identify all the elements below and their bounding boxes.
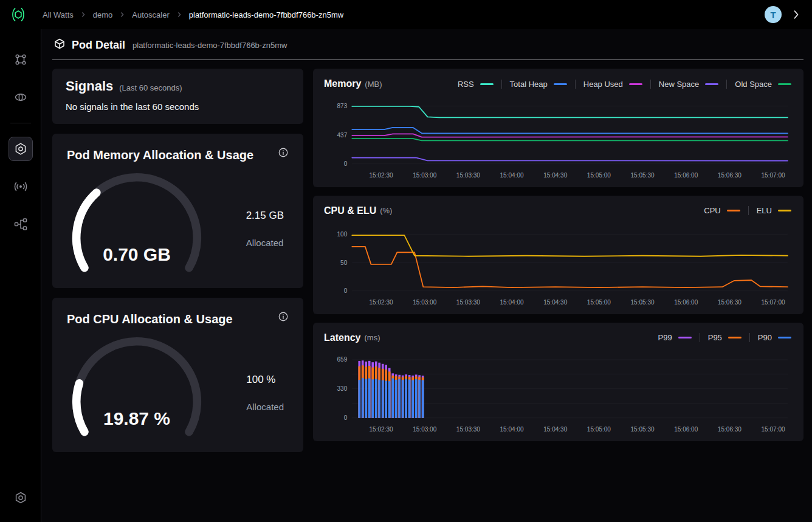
watch-icon[interactable] bbox=[9, 85, 33, 109]
svg-text:15:04:00: 15:04:00 bbox=[500, 172, 525, 179]
svg-text:15:03:30: 15:03:30 bbox=[456, 299, 481, 306]
legend-item-new-space[interactable]: New Space bbox=[650, 80, 726, 89]
pods-icon[interactable] bbox=[9, 137, 33, 161]
main-content: Pod Detail platformatic-leads-demo-7fbbd… bbox=[41, 29, 812, 522]
svg-text:15:04:30: 15:04:30 bbox=[543, 299, 568, 306]
package-icon bbox=[53, 38, 66, 52]
svg-text:15:05:00: 15:05:00 bbox=[587, 426, 611, 433]
left-column: Signals (Last 60 seconds) No signals in … bbox=[52, 69, 303, 452]
latency-chart: 659330015:02:3015:03:0015:03:3015:04:001… bbox=[324, 348, 793, 436]
legend-color-dash bbox=[778, 337, 791, 338]
latency-chart-title: Latency bbox=[324, 332, 360, 343]
chevron-right-icon bbox=[119, 11, 126, 18]
svg-text:15:05:30: 15:05:30 bbox=[631, 426, 655, 433]
legend-label: ELU bbox=[757, 206, 772, 215]
header-divider bbox=[52, 60, 803, 60]
memory-gauge-card: Pod Memory Allocation & Usage bbox=[52, 134, 303, 288]
memory-chart-card: Memory (MB) RSSTotal HeapHeap UsedNew Sp… bbox=[313, 69, 803, 187]
legend-item-p95[interactable]: P95 bbox=[700, 333, 749, 342]
breadcrumb-demo[interactable]: demo bbox=[93, 10, 113, 19]
sidebar-divider bbox=[10, 123, 31, 123]
legend-label: P99 bbox=[658, 333, 672, 342]
legend-label: CPU bbox=[704, 206, 720, 215]
svg-text:15:07:00: 15:07:00 bbox=[761, 172, 785, 179]
svg-text:15:06:00: 15:06:00 bbox=[674, 426, 698, 433]
chevron-right-icon bbox=[176, 11, 183, 18]
svg-text:100: 100 bbox=[337, 231, 347, 238]
right-column: Memory (MB) RSSTotal HeapHeap UsedNew Sp… bbox=[313, 69, 803, 452]
legend-item-cpu[interactable]: CPU bbox=[696, 206, 748, 215]
svg-text:50: 50 bbox=[340, 259, 348, 266]
topbar: All Watts demo Autoscaler platformatic-l… bbox=[0, 0, 812, 29]
memory-allocated-label: Allocated bbox=[246, 238, 284, 248]
legend-item-total-heap[interactable]: Total Heap bbox=[501, 80, 575, 89]
signals-header: Signals (Last 60 seconds) bbox=[66, 78, 290, 94]
expand-panel-chevron-icon[interactable] bbox=[790, 9, 802, 21]
svg-text:330: 330 bbox=[337, 385, 347, 392]
avatar[interactable]: T bbox=[765, 6, 782, 23]
memory-gauge-title: Pod Memory Allocation & Usage bbox=[67, 147, 253, 163]
platformatic-logo-icon[interactable] bbox=[10, 6, 27, 23]
legend-item-old-space[interactable]: Old Space bbox=[726, 80, 793, 89]
legend-color-dash bbox=[778, 83, 791, 85]
svg-text:15:03:00: 15:03:00 bbox=[413, 299, 437, 306]
svg-text:15:02:30: 15:02:30 bbox=[370, 299, 394, 306]
cpu-elu-chart: 10050015:02:3015:03:0015:03:3015:04:0015… bbox=[324, 221, 793, 309]
svg-text:15:06:30: 15:06:30 bbox=[718, 172, 742, 179]
broadcast-icon[interactable] bbox=[9, 174, 33, 199]
svg-text:15:05:00: 15:05:00 bbox=[587, 299, 611, 306]
cpu-gauge-title: Pod CPU Allocation & Usage bbox=[67, 311, 233, 327]
cpu-gauge: 19.87 % bbox=[67, 335, 207, 439]
svg-text:15:06:00: 15:06:00 bbox=[674, 299, 698, 306]
svg-text:0: 0 bbox=[344, 287, 348, 294]
topology-icon[interactable] bbox=[9, 212, 33, 236]
settings-icon[interactable] bbox=[9, 486, 33, 510]
svg-text:15:02:30: 15:02:30 bbox=[370, 172, 394, 179]
legend-color-dash bbox=[554, 83, 567, 85]
svg-text:0: 0 bbox=[344, 160, 348, 167]
topbar-right: T bbox=[765, 6, 802, 23]
app-root: All Watts demo Autoscaler platformatic-l… bbox=[0, 0, 812, 522]
signals-window-label: (Last 60 seconds) bbox=[119, 83, 182, 92]
legend-label: New Space bbox=[659, 80, 699, 89]
info-icon[interactable] bbox=[278, 311, 289, 322]
legend-item-p99[interactable]: P99 bbox=[650, 333, 700, 342]
svg-text:15:03:00: 15:03:00 bbox=[413, 426, 437, 433]
legend-color-dash bbox=[778, 210, 791, 211]
chevron-right-icon bbox=[80, 11, 87, 18]
svg-text:15:04:30: 15:04:30 bbox=[543, 172, 568, 179]
legend-color-dash bbox=[705, 83, 718, 85]
memory-chart-unit: (MB) bbox=[365, 80, 382, 89]
latency-chart-card: Latency (ms) P99P95P90 659330015:02:3015… bbox=[313, 323, 803, 441]
memory-gauge-body: 0.70 GB 2.15 GB Allocated bbox=[67, 171, 289, 275]
svg-text:15:04:30: 15:04:30 bbox=[543, 426, 568, 433]
signals-title: Signals bbox=[66, 78, 113, 94]
latency-chart-unit: (ms) bbox=[364, 333, 380, 342]
svg-text:15:03:30: 15:03:30 bbox=[456, 172, 481, 179]
memory-chart-title: Memory bbox=[324, 78, 361, 89]
cpu-elu-chart-title: CPU & ELU bbox=[324, 205, 376, 216]
signals-card: Signals (Last 60 seconds) No signals in … bbox=[52, 69, 303, 124]
svg-text:15:06:00: 15:06:00 bbox=[674, 172, 698, 179]
svg-text:15:05:00: 15:05:00 bbox=[587, 172, 611, 179]
svg-text:0: 0 bbox=[344, 414, 348, 421]
latency-chart-header: Latency (ms) P99P95P90 bbox=[324, 332, 793, 343]
legend-color-dash bbox=[629, 83, 642, 85]
memory-allocated-value: 2.15 GB bbox=[246, 210, 284, 222]
cpu-gauge-card: Pod CPU Allocation & Usage bbox=[52, 298, 303, 452]
legend-item-rss[interactable]: RSS bbox=[450, 80, 501, 89]
legend-item-elu[interactable]: ELU bbox=[748, 206, 793, 215]
breadcrumb: All Watts demo Autoscaler platformatic-l… bbox=[43, 10, 343, 19]
content-grid: Signals (Last 60 seconds) No signals in … bbox=[52, 69, 803, 452]
legend-color-dash bbox=[728, 337, 741, 338]
svg-text:659: 659 bbox=[337, 356, 347, 363]
info-icon[interactable] bbox=[278, 147, 289, 158]
svg-text:15:07:00: 15:07:00 bbox=[761, 299, 785, 306]
legend-item-p90[interactable]: P90 bbox=[749, 333, 793, 342]
breadcrumb-all-watts[interactable]: All Watts bbox=[43, 10, 74, 19]
legend-item-heap-used[interactable]: Heap Used bbox=[575, 80, 650, 89]
cpu-gauge-stats: 100 % Allocated bbox=[246, 374, 284, 412]
svg-text:437: 437 bbox=[337, 132, 347, 139]
breadcrumb-autoscaler[interactable]: Autoscaler bbox=[132, 10, 169, 19]
taxonomy-icon[interactable] bbox=[9, 47, 33, 72]
